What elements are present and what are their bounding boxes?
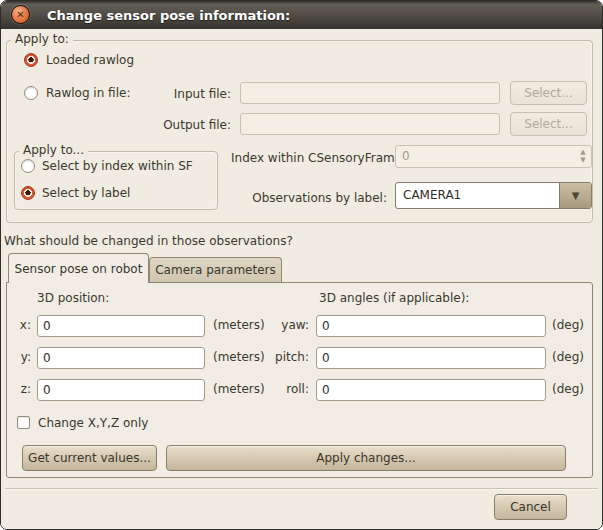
yaw-label: yaw: [263,318,309,333]
change-xyz-only-checkbox[interactable] [17,416,30,429]
get-current-values-button[interactable]: Get current values... [22,445,157,471]
tab-sensor-pose-label: Sensor pose on robot [15,262,143,276]
radio-select-by-index-label[interactable]: Select by index within SF [42,159,193,174]
output-file-label: Output file: [153,118,231,133]
cancel-button[interactable]: Cancel [494,494,567,520]
tab-camera-parameters[interactable]: Camera parameters [149,257,282,282]
position-header: 3D position: [37,291,109,306]
x-label: x: [11,318,31,333]
index-spinner[interactable]: 0 ▲ ▼ [395,145,592,168]
index-spinner-arrows[interactable]: ▲ ▼ [575,146,591,167]
pitch-field[interactable] [316,347,546,369]
z-label: z: [11,382,31,397]
radio-select-by-index[interactable] [21,159,35,173]
pitch-unit-label: (deg) [552,350,584,365]
input-file-label: Input file: [161,87,231,102]
angles-header: 3D angles (if applicable): [319,291,469,306]
radio-select-by-label-label[interactable]: Select by label [42,186,130,201]
dialog-window: ✕ Change sensor pose information: Apply … [0,0,603,530]
y-field[interactable] [37,347,205,369]
dialog-body: Apply to: Loaded rawlog Rawlog in file: … [1,29,602,529]
titlebar: ✕ Change sensor pose information: [1,1,602,29]
question-label: What should be changed in those observat… [4,234,293,249]
tab-camera-parameters-label: Camera parameters [155,263,276,277]
get-current-values-label: Get current values... [28,451,151,465]
yaw-field[interactable] [316,315,546,337]
apply-changes-label: Apply changes... [316,451,416,465]
observations-combo[interactable]: CAMERA1 ▼ [395,182,592,209]
z-field[interactable] [37,379,205,401]
radio-select-by-label[interactable] [21,186,35,200]
close-icon: ✕ [16,10,24,20]
radio-loaded-rawlog-label[interactable]: Loaded rawlog [46,53,134,68]
y-unit-label: (meters) [213,350,265,365]
select-output-file-button[interactable]: Select... [510,112,587,136]
index-within-csensoryframe-label: Index within CSensoryFrame [231,151,387,166]
footer-separator [5,488,598,490]
radio-rawlog-in-file-label[interactable]: Rawlog in file: [46,86,130,101]
window-title: Change sensor pose information: [47,8,290,23]
roll-unit-label: (deg) [552,382,584,397]
close-button[interactable]: ✕ [11,5,30,24]
x-unit-label: (meters) [213,318,265,333]
roll-field[interactable] [316,379,546,401]
select-output-file-label: Select... [524,117,572,131]
observations-combo-button[interactable]: ▼ [559,183,591,208]
apply-to-sub-legend: Apply to... [19,143,88,157]
select-input-file-button[interactable]: Select... [510,81,587,105]
tab-sensor-pose[interactable]: Sensor pose on robot [8,253,149,283]
observations-by-label-label: Observations by label: [231,191,387,206]
select-input-file-label: Select... [524,86,572,100]
apply-to-legend: Apply to: [11,32,73,46]
roll-label: roll: [263,382,309,397]
radio-rawlog-in-file[interactable] [24,86,38,100]
cancel-label: Cancel [510,500,551,514]
yaw-unit-label: (deg) [552,318,584,333]
x-field[interactable] [37,315,205,337]
observations-combo-value: CAMERA1 [396,183,559,208]
spin-down-icon[interactable]: ▼ [580,157,585,164]
apply-changes-button[interactable]: Apply changes... [166,445,566,471]
pitch-label: pitch: [263,350,309,365]
spin-up-icon[interactable]: ▲ [580,149,585,156]
y-label: y: [11,350,31,365]
output-file-field[interactable] [240,113,500,135]
radio-loaded-rawlog[interactable] [24,53,38,67]
input-file-field[interactable] [240,82,500,104]
index-spinner-value: 0 [396,146,575,167]
change-xyz-only-label[interactable]: Change X,Y,Z only [38,416,148,431]
chevron-down-icon: ▼ [572,190,580,201]
z-unit-label: (meters) [213,382,265,397]
